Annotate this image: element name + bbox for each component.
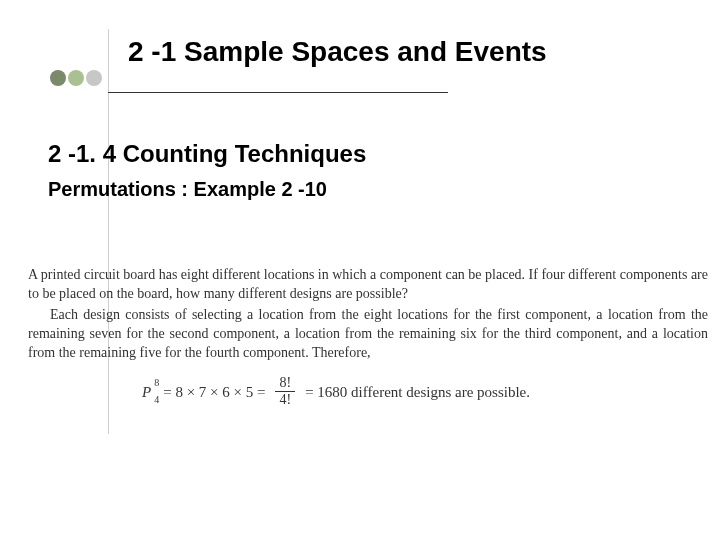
fraction: 8! 4! [275, 376, 295, 407]
formula: P 8 4 = 8 × 7 × 6 × 5 = 8! 4! = 1680 dif… [28, 376, 708, 407]
slide: 2 -1 Sample Spaces and Events 2 -1. 4 Co… [0, 0, 720, 540]
perm-letter: P [142, 384, 151, 400]
horizontal-rule [108, 92, 448, 93]
equation-part: = 8 × 7 × 6 × 5 = [163, 382, 265, 402]
paragraph: A printed circuit board has eight differ… [28, 266, 708, 304]
dot-icon [68, 70, 84, 86]
page-title: 2 -1 Sample Spaces and Events [128, 36, 547, 68]
title-row: 2 -1 Sample Spaces and Events [0, 34, 720, 94]
example-heading: Permutations : Example 2 -10 [48, 178, 327, 201]
fraction-numerator: 8! [275, 376, 295, 392]
bullet-dots [50, 70, 102, 86]
perm-subscript: 4 [154, 393, 159, 407]
body-text: A printed circuit board has eight differ… [28, 266, 708, 407]
subsection-heading: 2 -1. 4 Counting Techniques [48, 140, 366, 168]
perm-superscript: 8 [154, 376, 159, 390]
dot-icon [86, 70, 102, 86]
permutation-symbol: P 8 4 [142, 382, 157, 402]
dot-icon [50, 70, 66, 86]
equation-result: = 1680 different designs are possible. [305, 382, 530, 402]
paragraph: Each design consists of selecting a loca… [28, 306, 708, 363]
fraction-denominator: 4! [275, 392, 295, 407]
